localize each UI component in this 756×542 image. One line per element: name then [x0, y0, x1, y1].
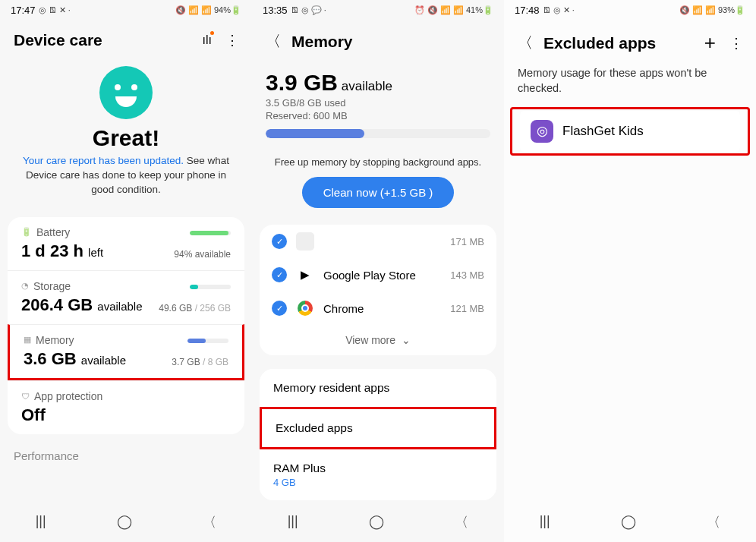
page-title: Device care [14, 31, 192, 49]
status-text: Great! [14, 125, 238, 151]
checkbox-icon[interactable]: ✓ [272, 301, 287, 316]
phone-device-care: 17:47◎ 🖻 ✕ · 🔇 📶 📶 94%🔋 Device care ılı … [0, 0, 252, 542]
recent-button[interactable]: ||| [288, 513, 298, 531]
memory-row[interactable]: ▦Memory 3.6 GB available 3.7 GB / 8 GB [8, 324, 244, 380]
home-button[interactable]: ◯ [369, 513, 384, 531]
nav-bar: ||| ◯ 〈 [0, 503, 252, 542]
resident-apps-row[interactable]: Memory resident apps [260, 369, 496, 407]
options-card: Memory resident apps Excluded apps RAM P… [260, 369, 496, 500]
chrome-icon [296, 299, 314, 317]
view-more-button[interactable]: View more ⌄ [260, 325, 496, 355]
shield-icon: 🛡 [21, 392, 30, 401]
status-bar: 17:47◎ 🖻 ✕ · 🔇 📶 📶 94%🔋 [0, 0, 252, 20]
back-icon[interactable]: 〈 [518, 33, 533, 53]
checkbox-icon[interactable]: ✓ [272, 234, 287, 249]
performance-row[interactable]: Performance [0, 439, 252, 473]
home-button[interactable]: ◯ [621, 513, 636, 531]
report-text: Your care report has been updated. See w… [14, 151, 238, 200]
battery-icon: 🔋 [21, 227, 32, 237]
more-icon[interactable]: ⋮ [225, 32, 238, 49]
smile-icon [99, 66, 153, 119]
phone-memory: 13:35🖻 ◎ 💬 · ⏰ 🔇 📶 📶 41%🔋 〈 Memory 3.9 G… [252, 0, 504, 542]
flashget-icon: ◎ [531, 120, 553, 143]
add-icon[interactable]: + [704, 31, 716, 55]
nav-bar: ||| ◯ 〈 [252, 503, 504, 542]
header: Device care ılı ⋮ [0, 20, 252, 60]
hero: Great! Your care report has been updated… [0, 60, 252, 213]
checkbox-icon[interactable]: ✓ [272, 267, 287, 282]
excluded-app-row[interactable]: ◎ FlashGet Kids [520, 111, 740, 152]
back-button[interactable]: 〈 [203, 513, 216, 531]
memory-icon: ▦ [24, 335, 31, 345]
more-icon[interactable]: ⋮ [729, 35, 742, 52]
protection-row[interactable]: 🛡App protection Off [8, 380, 244, 434]
stats-card: 🔋Battery 1 d 23 h left 94% available ◔St… [8, 217, 244, 434]
page-title: Memory [291, 33, 490, 51]
status-bar: 17:48🖻 ◎ ✕ · 🔇 📶 📶 93%🔋 [504, 0, 756, 20]
memory-bar [266, 129, 490, 138]
hint-text: Free up memory by stopping background ap… [252, 146, 504, 171]
back-button[interactable]: 〈 [455, 513, 468, 531]
battery-row[interactable]: 🔋Battery 1 d 23 h left 94% available [8, 217, 244, 270]
apps-card: ✓ 171 MB ✓ ▶ Google Play Store 143 MB ✓ … [260, 225, 496, 355]
storage-row[interactable]: ◔Storage 206.4 GB available 49.6 GB / 25… [8, 270, 244, 324]
ram-plus-row[interactable]: RAM Plus 4 GB [260, 449, 496, 500]
app-row[interactable]: ✓ ▶ Google Play Store 143 MB [260, 258, 496, 291]
highlighted-app: ◎ FlashGet Kids [510, 107, 750, 156]
app-icon [296, 232, 314, 251]
back-icon[interactable]: 〈 [266, 31, 281, 52]
header: 〈 Excluded apps + ⋮ [504, 20, 756, 65]
chart-icon[interactable]: ılı [203, 33, 212, 47]
memory-summary: 3.9 GB available 3.5 GB/8 GB used Reserv… [252, 62, 504, 146]
excluded-apps-row[interactable]: Excluded apps [260, 407, 496, 449]
clean-now-button[interactable]: Clean now (+1.5 GB ) [302, 177, 455, 208]
status-bar: 13:35🖻 ◎ 💬 · ⏰ 🔇 📶 📶 41%🔋 [252, 0, 504, 20]
header: 〈 Memory [252, 20, 504, 62]
page-title: Excluded apps [543, 34, 694, 52]
storage-icon: ◔ [21, 281, 29, 291]
recent-button[interactable]: ||| [540, 513, 550, 531]
app-row[interactable]: ✓ 171 MB [260, 225, 496, 258]
back-button[interactable]: 〈 [707, 513, 720, 531]
home-button[interactable]: ◯ [117, 513, 132, 531]
phone-excluded-apps: 17:48🖻 ◎ ✕ · 🔇 📶 📶 93%🔋 〈 Excluded apps … [504, 0, 756, 542]
play-store-icon: ▶ [296, 266, 314, 284]
app-row[interactable]: ✓ Chrome 121 MB [260, 291, 496, 325]
recent-button[interactable]: ||| [36, 513, 46, 531]
description: Memory usage for these apps won't be che… [504, 65, 756, 107]
nav-bar: ||| ◯ 〈 [504, 503, 756, 542]
